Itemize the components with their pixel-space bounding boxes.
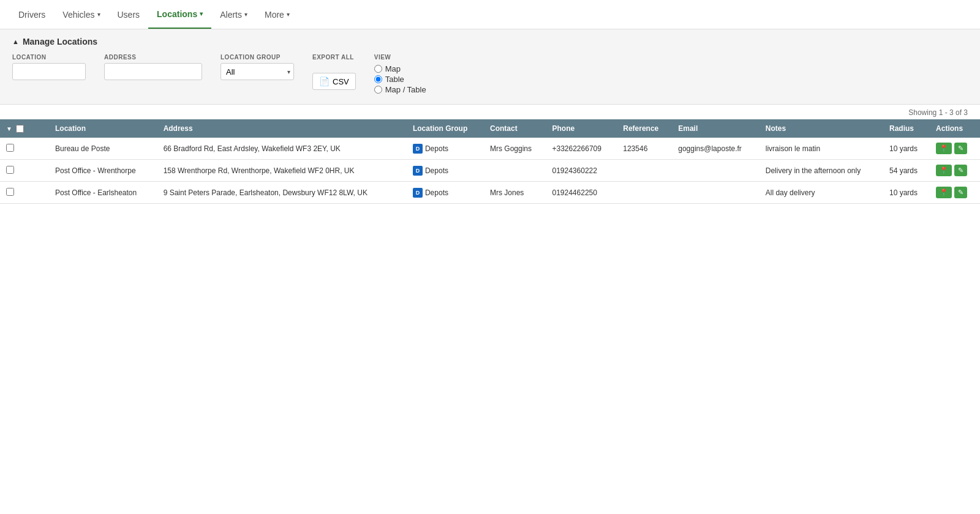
select-all-checkbox[interactable] [16, 125, 24, 133]
location-filter-input[interactable] [12, 63, 86, 80]
location-pin-icon: 📍 [940, 166, 948, 174]
cell-contact [484, 160, 546, 182]
view-map-table-option[interactable]: Map / Table [374, 85, 426, 94]
location-group-filter-label: LOCATION GROUP [221, 54, 294, 61]
vehicles-chevron-icon: ▾ [97, 11, 100, 18]
row-checkbox[interactable] [6, 144, 14, 152]
view-map-option[interactable]: Map [374, 64, 426, 73]
nav-drivers[interactable]: Drivers [10, 1, 54, 28]
table-row: Bureau de Poste 66 Bradford Rd, East Ard… [0, 138, 980, 160]
cell-actions: 📍 ✎ [930, 182, 980, 204]
col-actions: Actions [930, 119, 980, 138]
cell-contact: Mrs Goggins [484, 138, 546, 160]
action-edit-button[interactable]: ✎ [954, 165, 967, 176]
cell-location: Bureau de Poste [49, 138, 157, 160]
table-row: Post Office - Earlsheaton 9 Saint Peters… [0, 182, 980, 204]
cell-address: 158 Wrenthorpe Rd, Wrenthorpe, Wakefield… [157, 160, 407, 182]
cell-radius: 54 yards [883, 160, 930, 182]
export-csv-button[interactable]: 📄 CSV [312, 73, 356, 90]
address-filter-label: ADDRESS [104, 54, 202, 61]
depot-icon: D [413, 188, 423, 198]
cell-reference: 123546 [617, 138, 672, 160]
col-email: Email [672, 119, 759, 138]
col-contact: Contact [484, 119, 546, 138]
view-map-table-radio[interactable] [374, 86, 382, 94]
locations-table: ▼ Location Address Location Group Contac… [0, 119, 980, 204]
edit-icon: ✎ [958, 166, 963, 174]
col-phone: Phone [546, 119, 617, 138]
export-group: EXPORT ALL 📄 CSV [312, 54, 356, 90]
address-filter-group: ADDRESS [104, 54, 202, 80]
action-location-button[interactable]: 📍 [936, 143, 952, 154]
table-header: ▼ Location Address Location Group Contac… [0, 119, 980, 138]
row-checkbox[interactable] [6, 188, 14, 196]
alerts-chevron-icon: ▾ [244, 11, 247, 18]
cell-phone: +33262266709 [546, 138, 617, 160]
cell-location-group: D Depots [407, 160, 484, 182]
depot-icon: D [413, 166, 423, 176]
action-location-button[interactable]: 📍 [936, 165, 952, 176]
more-chevron-icon: ▾ [287, 11, 290, 18]
cell-reference [617, 182, 672, 204]
status-bar: Showing 1 - 3 of 3 [0, 105, 980, 119]
manage-locations-title[interactable]: ▲ Manage Locations [12, 37, 968, 47]
row-checkbox[interactable] [6, 166, 14, 174]
cell-phone: 01924462250 [546, 182, 617, 204]
action-edit-button[interactable]: ✎ [954, 143, 967, 154]
filters-row: LOCATION ADDRESS LOCATION GROUP All Depo… [12, 54, 968, 94]
cell-location: Post Office - Earlsheaton [49, 182, 157, 204]
edit-icon: ✎ [958, 144, 963, 152]
cell-notes: Delivery in the afternoon only [760, 160, 883, 182]
cell-email: goggins@laposte.fr [672, 138, 759, 160]
nav-locations[interactable]: Locations ▾ [148, 1, 211, 29]
col-location: Location [49, 119, 157, 138]
cell-contact: Mrs Jones [484, 182, 546, 204]
col-reference: Reference [617, 119, 672, 138]
view-table-radio[interactable] [374, 75, 382, 83]
nav-users[interactable]: Users [109, 1, 149, 28]
cell-address: 9 Saint Peters Parade, Earlsheaton, Dews… [157, 182, 407, 204]
csv-icon: 📄 [319, 76, 330, 86]
location-filter-label: LOCATION [12, 54, 86, 61]
header-checkbox-cell: ▼ [0, 119, 49, 138]
cell-address: 66 Bradford Rd, East Ardsley, Wakefield … [157, 138, 407, 160]
cell-email [672, 160, 759, 182]
view-map-radio[interactable] [374, 65, 382, 73]
col-notes: Notes [760, 119, 883, 138]
cell-phone: 01924360222 [546, 160, 617, 182]
location-group-filter-group: LOCATION GROUP All Depots Other ▾ [221, 54, 294, 80]
cell-notes: All day delivery [760, 182, 883, 204]
cell-email [672, 182, 759, 204]
export-label: EXPORT ALL [312, 54, 356, 61]
location-pin-icon: 📍 [940, 144, 948, 152]
col-location-group: Location Group [407, 119, 484, 138]
cell-location: Post Office - Wrenthorpe [49, 160, 157, 182]
view-label: VIEW [374, 54, 426, 61]
depot-icon: D [413, 144, 423, 154]
cell-actions: 📍 ✎ [930, 138, 980, 160]
col-address: Address [157, 119, 407, 138]
row-checkbox-cell [0, 160, 49, 182]
cell-radius: 10 yards [883, 138, 930, 160]
collapse-arrow-icon: ▲ [12, 38, 19, 45]
table-body: Bureau de Poste 66 Bradford Rd, East Ard… [0, 138, 980, 204]
address-filter-input[interactable] [104, 63, 202, 80]
action-location-button[interactable]: 📍 [936, 187, 952, 198]
row-checkbox-cell [0, 182, 49, 204]
nav-alerts[interactable]: Alerts ▾ [211, 1, 256, 28]
location-group-select-wrap: All Depots Other ▾ [221, 63, 294, 80]
sort-icon[interactable]: ▼ [6, 125, 12, 132]
edit-icon: ✎ [958, 188, 963, 196]
nav-more[interactable]: More ▾ [256, 1, 298, 28]
location-group-select[interactable]: All Depots Other [221, 63, 294, 80]
cell-reference [617, 160, 672, 182]
cell-location-group: D Depots [407, 182, 484, 204]
cell-location-group: D Depots [407, 138, 484, 160]
view-table-option[interactable]: Table [374, 75, 426, 84]
locations-table-wrap: ▼ Location Address Location Group Contac… [0, 119, 980, 204]
action-edit-button[interactable]: ✎ [954, 187, 967, 198]
view-filter-group: VIEW Map Table Map / Table [374, 54, 426, 94]
cell-notes: livraison le matin [760, 138, 883, 160]
view-options: Map Table Map / Table [374, 64, 426, 94]
nav-vehicles[interactable]: Vehicles ▾ [54, 1, 108, 28]
